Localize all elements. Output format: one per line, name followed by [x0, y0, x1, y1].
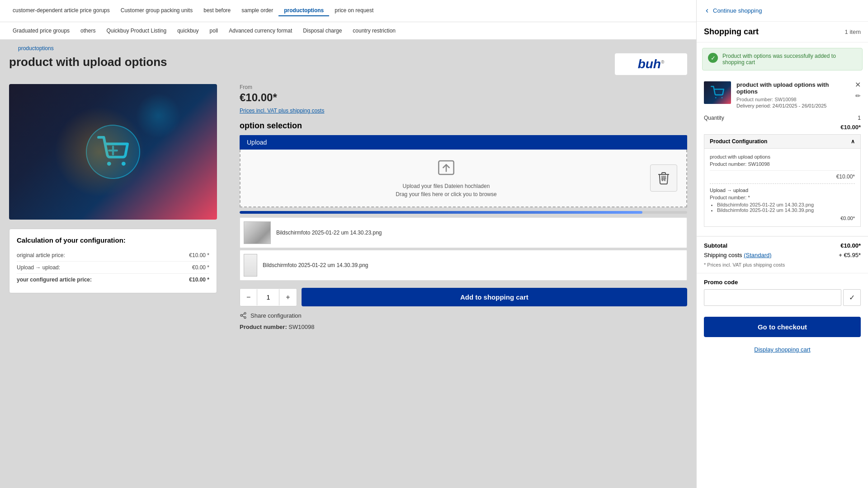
- file-thumb-2: [244, 254, 257, 277]
- config-base-sku: Product number: SW10098: [710, 161, 855, 167]
- config-file-item-0: Bildschirmfoto 2025-01-22 um 14.30.23.pn…: [717, 202, 855, 207]
- cart-item-top: product with upload options with options…: [704, 81, 861, 112]
- svg-point-14: [715, 97, 717, 99]
- calc-row-0: original article price: €10.00 *: [17, 249, 209, 262]
- cart-item-thumb-icon: [711, 86, 724, 99]
- nav-item-best-before[interactable]: best before: [198, 5, 236, 16]
- share-config-label: Share configuration: [250, 312, 302, 319]
- price-incl-vat-link[interactable]: Prices incl. VAT plus shipping costs: [240, 108, 687, 114]
- shipping-label: Shipping costs: [704, 252, 742, 258]
- calc-row-2: your configured article price: €10.00 *: [17, 274, 209, 286]
- cart-item-sku: Product number: SW10098: [736, 97, 861, 102]
- upload-text1: Upload your files Dateien hochladen: [250, 183, 643, 189]
- nav-item-quickbuy[interactable]: quickbuy: [172, 26, 204, 36]
- cart-item: product with upload options with options…: [697, 76, 868, 236]
- product-options-column: From €10.00* Prices incl. VAT plus shipp…: [240, 84, 687, 330]
- delete-upload-btn[interactable]: [650, 164, 677, 192]
- shipping-standard-link[interactable]: (Standard): [744, 252, 771, 258]
- product-price: €10.00*: [240, 91, 687, 104]
- quantity-decrease-btn[interactable]: −: [240, 289, 257, 306]
- upload-icon: [437, 159, 455, 177]
- cart-success-message: Product with options was successfully ad…: [722, 53, 857, 66]
- nav-item-price-on-request[interactable]: price on request: [329, 5, 379, 16]
- second-nav: Graduated price groups others Quickbuy P…: [0, 22, 696, 40]
- quantity-control: − +: [240, 288, 297, 306]
- svg-point-1: [122, 162, 126, 166]
- cart-panel: Continue shopping Shopping cart 1 item ✓…: [696, 0, 868, 488]
- shipping-value: + €5.95*: [839, 252, 861, 258]
- promo-code-input[interactable]: [704, 289, 841, 306]
- back-arrow-icon: [704, 8, 710, 14]
- cart-item-count: 1 item: [845, 28, 861, 35]
- option-selection-title: option selection: [240, 121, 687, 131]
- checkout-button[interactable]: Go to checkout: [704, 317, 861, 337]
- svg-point-9: [244, 312, 246, 314]
- product-title: product with upload options: [9, 55, 167, 69]
- continue-shopping-link[interactable]: Continue shopping: [697, 0, 868, 22]
- shopping-cart-icon: [97, 136, 129, 168]
- config-upload-title: Upload → upload: [710, 188, 855, 193]
- svg-point-10: [241, 314, 242, 316]
- quantity-input[interactable]: [257, 289, 279, 305]
- upload-instructions: Upload your files Dateien hochladen Drag…: [250, 159, 643, 197]
- upload-label: Upload: [240, 135, 687, 150]
- file-name-1: Bildschirmfoto 2025-01-22 um 14.30.23.pn…: [276, 230, 382, 236]
- promo-label: Promo code: [704, 279, 861, 286]
- upload-text2: Drag your files here or click you to bro…: [250, 191, 643, 197]
- config-file-list: Bildschirmfoto 2025-01-22 um 14.30.23.pn…: [710, 202, 855, 213]
- cart-success-notification: ✓ Product with options was successfully …: [702, 48, 863, 70]
- cart-item-remove-btn[interactable]: ✕: [855, 81, 861, 89]
- vat-note: * Prices incl. VAT plus shipping costs: [704, 262, 861, 267]
- trash-icon: [656, 171, 671, 185]
- config-base-price: €10.00*: [710, 170, 855, 180]
- file-item-2: Bildschirmfoto 2025-01-22 um 14.30.39.pn…: [240, 250, 687, 281]
- product-image-column: Calculation of your configuration: origi…: [9, 84, 226, 330]
- cart-header: Shopping cart 1 item: [697, 22, 868, 42]
- price-section: From €10.00* Prices incl. VAT plus shipp…: [240, 84, 687, 114]
- nav-item-quickbuy-listing[interactable]: Quickbuy Product Listing: [101, 26, 172, 36]
- cart-item-actions: ✕ ✏: [855, 81, 861, 99]
- nav-item-disposal[interactable]: Disposal charge: [297, 26, 347, 36]
- nav-item-sample-order[interactable]: sample order: [236, 5, 278, 16]
- share-icon: [240, 312, 247, 319]
- upload-progress-bar: [240, 211, 687, 214]
- product-image: [9, 84, 217, 220]
- add-to-cart-button[interactable]: Add to shopping cart: [302, 288, 687, 306]
- calculation-title: Calculation of your configuration:: [17, 236, 209, 244]
- config-upload-price: €0.00*: [710, 216, 855, 221]
- subtotal-row: Subtotal €10.00*: [704, 242, 861, 249]
- nav-item-others[interactable]: others: [75, 26, 101, 36]
- success-icon: ✓: [708, 53, 718, 63]
- promo-submit-btn[interactable]: ✓: [843, 289, 861, 306]
- config-accordion-header[interactable]: Product Configuration ∧: [704, 134, 861, 149]
- nav-item-graduated[interactable]: Graduated price groups: [7, 26, 75, 36]
- cart-item-info: product with upload options with options…: [736, 81, 861, 112]
- share-config[interactable]: Share configuration: [240, 312, 687, 319]
- nav-item-country-restriction[interactable]: country restriction: [347, 26, 401, 36]
- breadcrumb[interactable]: productoptions: [9, 40, 687, 53]
- nav-item-cg-packing[interactable]: Customer group packing units: [115, 5, 198, 16]
- config-file-item-1: Bildschirmfoto 2025-01-22 um 14.30.39.pn…: [717, 207, 855, 213]
- calc-row-1: Upload → upload: €0.00 *: [17, 262, 209, 274]
- progress-bar-fill: [240, 211, 642, 214]
- cart-item-edit-btn[interactable]: ✏: [855, 92, 861, 99]
- brand-logo: buh®: [615, 53, 687, 75]
- nav-item-productoptions[interactable]: productoptions: [278, 5, 329, 16]
- cart-item-thumbnail: [704, 81, 731, 104]
- upload-dropzone[interactable]: Upload your files Dateien hochladen Drag…: [240, 150, 687, 207]
- cart-item-name: product with upload options with options: [736, 81, 861, 95]
- file-name-2: Bildschirmfoto 2025-01-22 um 14.30.39.pn…: [263, 262, 368, 268]
- nav-item-customer-dep[interactable]: customer-dependent article price gorups: [7, 5, 115, 16]
- svg-line-12: [242, 316, 245, 317]
- config-base-name: product with upload options: [710, 154, 855, 160]
- display-cart-link[interactable]: Display shopping cart: [697, 343, 868, 360]
- add-to-cart-row: − + Add to shopping cart: [240, 288, 687, 306]
- product-config-accordion: Product Configuration ∧ product with upl…: [704, 134, 861, 227]
- file-thumb-1: [244, 221, 271, 244]
- nav-item-adv-currency[interactable]: Advanced currency format: [223, 26, 297, 36]
- config-accordion-body: product with upload options Product numb…: [704, 149, 861, 227]
- quantity-increase-btn[interactable]: +: [279, 289, 296, 306]
- nav-item-poll[interactable]: poll: [204, 26, 224, 36]
- accordion-chevron-icon: ∧: [851, 138, 855, 145]
- promo-section: Promo code ✓: [697, 273, 868, 311]
